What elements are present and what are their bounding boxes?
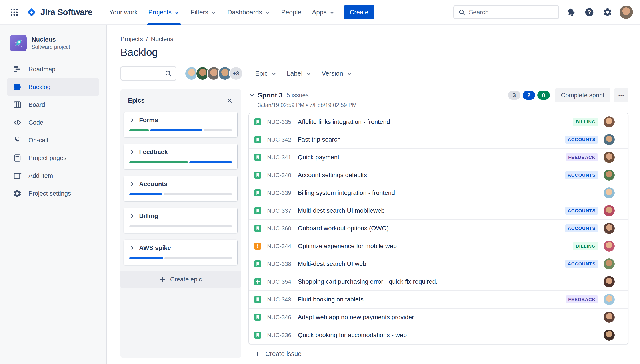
avatar-overflow-badge[interactable]: +3 (229, 66, 243, 80)
assignee-avatar[interactable] (603, 258, 615, 270)
sidebar-item-label: Project pages (29, 154, 66, 162)
filter-dropdown-label[interactable]: Label (282, 70, 317, 77)
close-epics-icon[interactable] (224, 95, 236, 106)
assignee-avatar[interactable] (603, 152, 615, 163)
sprint-name[interactable]: Sprint 3 (258, 92, 283, 99)
global-search[interactable] (453, 5, 559, 19)
create-button[interactable]: Create (344, 5, 374, 19)
assignee-avatar[interactable] (603, 330, 615, 341)
epic-card-feedback[interactable]: Feedback (124, 144, 237, 169)
issue-row[interactable]: NUC-339Billing system integration - fron… (249, 184, 628, 202)
issue-row[interactable]: NUC-335Affelite links integration - fron… (249, 113, 628, 131)
issue-row[interactable]: NUC-346Adapt web app no new payments pro… (249, 308, 628, 326)
create-epic-button[interactable]: Create epic (120, 271, 241, 288)
filter-dropdown-label: Version (322, 70, 343, 77)
sprint-more-actions-button[interactable]: ••• (614, 88, 628, 102)
topnav-item-apps[interactable]: Apps (307, 0, 340, 25)
epic-card-aws-spike[interactable]: AWS spike (124, 240, 237, 265)
global-search-input[interactable] (469, 9, 554, 16)
incident-type-icon (254, 242, 261, 250)
chevron-right-icon[interactable] (129, 117, 135, 123)
assignee-avatar[interactable] (603, 205, 615, 216)
topnav-item-filters[interactable]: Filters (185, 0, 222, 25)
filter-dropdown-version[interactable]: Version (317, 70, 357, 77)
epic-label-pill: BILLING (573, 118, 598, 126)
breadcrumb-nucleus-link[interactable]: Nucleus (151, 36, 173, 42)
create-issue-button[interactable]: Create issue (254, 350, 302, 358)
create-epic-label: Create epic (170, 276, 202, 283)
epic-label-pill: ACCOUNTS (565, 207, 598, 215)
sidebar-item-on-call[interactable]: On-call (7, 132, 99, 149)
logo-text: Jira Software (41, 8, 92, 17)
sidebar-item-project-settings[interactable]: Project settings (7, 185, 99, 202)
breadcrumb-projects-link[interactable]: Projects (120, 36, 143, 42)
assignee-avatar[interactable] (603, 170, 615, 181)
topnav-item-projects[interactable]: Projects (143, 0, 185, 25)
sidebar-item-backlog[interactable]: Backlog (7, 78, 99, 96)
issue-row[interactable]: NUC-338Multi-dest search UI webACCOUNTS (249, 255, 628, 273)
topnav-item-dashboards[interactable]: Dashboards (222, 0, 276, 25)
project-type: Software project (32, 44, 70, 50)
story-type-icon (254, 154, 261, 161)
epic-card-accounts[interactable]: Accounts (124, 176, 237, 201)
topnav-item-your-work[interactable]: Your work (104, 0, 143, 25)
backlog-search[interactable] (120, 66, 176, 80)
improvement-type-icon (254, 278, 261, 285)
rocket-icon (13, 37, 24, 49)
filter-dropdown-label: Label (287, 70, 302, 77)
issue-row[interactable]: NUC-337Multi-dest search UI mobilewebACC… (249, 202, 628, 220)
issue-row[interactable]: NUC-340Account settings defaultsACCOUNTS (249, 166, 628, 184)
sidebar-item-project-pages[interactable]: Project pages (7, 149, 99, 167)
sidebar-item-board[interactable]: Board (7, 96, 99, 114)
project-header[interactable]: Nucleus Software project (7, 32, 99, 60)
settings-gear-icon[interactable] (601, 6, 614, 18)
epic-card-header: AWS spike (129, 244, 232, 252)
topnav-item-label: Filters (191, 9, 208, 16)
chevron-down-icon (346, 71, 352, 77)
topnav-item-people[interactable]: People (276, 0, 306, 25)
assignee-avatar[interactable] (603, 116, 615, 128)
sprint-collapse-chevron-icon[interactable] (249, 92, 255, 98)
chevron-right-icon[interactable] (129, 213, 135, 219)
issue-summary: Billing system integration - frontend (298, 189, 395, 196)
assignee-avatar[interactable] (603, 294, 615, 305)
help-icon[interactable]: ? (583, 6, 595, 18)
epic-progress-bar (129, 161, 232, 163)
issue-row[interactable]: NUC-336Quick booking for accomodations -… (249, 326, 628, 344)
complete-sprint-button[interactable]: Complete sprint (555, 88, 610, 102)
epic-card-billing[interactable]: Billing (124, 208, 237, 233)
issue-row[interactable]: NUC-342Fast trip searchACCOUNTS (249, 131, 628, 149)
assignee-avatar[interactable] (603, 134, 615, 145)
assignee-avatar[interactable] (603, 223, 615, 234)
app-switcher-icon[interactable] (8, 6, 21, 18)
sidebar-item-label: Code (29, 119, 43, 126)
jira-logo[interactable]: Jira Software (26, 6, 92, 18)
code-icon (13, 118, 22, 128)
issue-summary: Quick booking for accomodations - web (298, 332, 407, 339)
topnav-item-label: Dashboards (227, 9, 262, 16)
issue-row[interactable]: NUC-360Onboard workout options (OWO)ACCO… (249, 220, 628, 238)
backlog-search-input[interactable] (125, 70, 164, 77)
assignee-avatar[interactable] (603, 276, 615, 287)
sidebar-item-code[interactable]: Code (7, 114, 99, 132)
chevron-right-icon[interactable] (129, 149, 135, 155)
chevron-right-icon[interactable] (129, 245, 135, 251)
issue-row[interactable]: NUC-354Shopping cart purchasing error - … (249, 273, 628, 291)
assignee-avatar[interactable] (603, 312, 615, 323)
chevron-down-icon (264, 10, 271, 16)
issue-row[interactable]: NUC-344Optimize experience for mobile we… (249, 238, 628, 255)
assignee-avatar[interactable] (603, 240, 615, 252)
sidebar-item-add-item[interactable]: Add item (7, 167, 99, 185)
filter-dropdown-epic[interactable]: Epic (250, 70, 282, 77)
sidebar-item-roadmap[interactable]: Roadmap (7, 60, 99, 78)
chevron-right-icon[interactable] (129, 181, 135, 187)
issue-row[interactable]: NUC-343Fluid booking on tabletsFEEDBACK (249, 291, 628, 308)
notifications-bell-icon[interactable] (565, 6, 577, 18)
topnav-item-label: People (281, 9, 301, 16)
profile-avatar[interactable] (619, 6, 633, 19)
plus-icon (159, 276, 166, 283)
assignee-avatar[interactable] (603, 187, 615, 198)
epic-card-forms[interactable]: Forms (124, 112, 237, 137)
issue-row[interactable]: NUC-341Quick paymentFEEDBACK (249, 149, 628, 166)
issue-key: NUC-340 (267, 172, 295, 179)
